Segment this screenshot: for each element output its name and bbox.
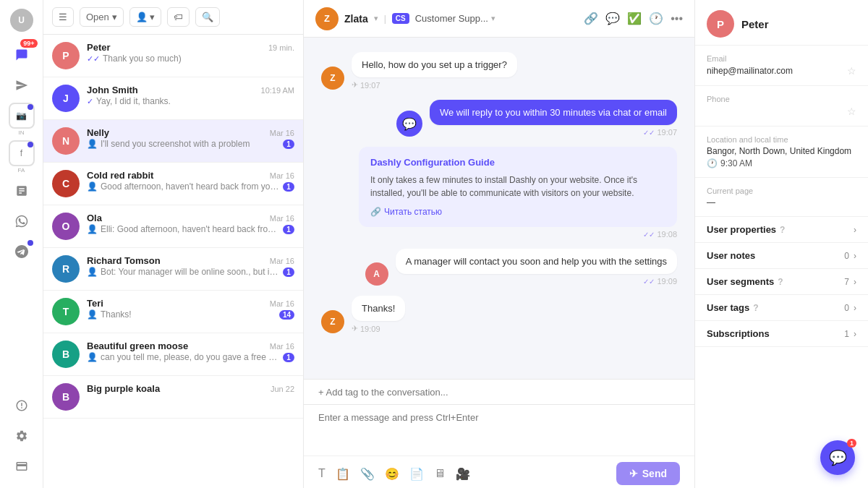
msg-avatar-out: A bbox=[365, 262, 388, 286]
search-button[interactable]: 🔍 bbox=[195, 7, 220, 27]
agent-icon: 👤 bbox=[87, 309, 98, 320]
conv-top: Ola Mar 16 bbox=[87, 213, 294, 223]
note-icon[interactable]: 📋 bbox=[336, 467, 350, 481]
chat-contact-info: Z Zlata ▾ | CS Customer Supp... ▾ bbox=[315, 7, 495, 30]
conversation-item[interactable]: C Cold red rabbit Mar 16 👤 Good afternoo… bbox=[43, 163, 303, 205]
tag-filter[interactable]: 🏷 bbox=[167, 7, 190, 27]
chat-channel[interactable]: Customer Supp... ▾ bbox=[415, 13, 495, 24]
menu-button[interactable]: ☰ bbox=[52, 7, 74, 27]
conv-time: Jun 22 bbox=[271, 385, 294, 393]
send-button[interactable]: ✈ Send bbox=[616, 462, 680, 485]
article-body: It only takes a few minutes to install D… bbox=[370, 174, 665, 200]
conv-name: John Smith bbox=[87, 85, 138, 95]
rp-section-count: 1 bbox=[844, 329, 849, 339]
more-icon[interactable]: ••• bbox=[671, 12, 683, 25]
star-email-icon[interactable]: ☆ bbox=[847, 65, 856, 77]
agent-icon: 👤 bbox=[87, 224, 98, 234]
bot-icon: 💬 bbox=[396, 111, 422, 137]
telegram-dot bbox=[27, 240, 33, 246]
rp-current-page-section: Current page — bbox=[695, 178, 868, 217]
rp-section-row[interactable]: User tags ? 0 › bbox=[695, 295, 868, 321]
conversation-item[interactable]: B Big purple koala Jun 22 bbox=[43, 376, 303, 419]
chat-header: Z Zlata ▾ | CS Customer Supp... ▾ 🔗 💬 ✅ … bbox=[304, 0, 694, 38]
emoji-icon[interactable]: 😊 bbox=[385, 467, 399, 481]
nav-telegram[interactable] bbox=[9, 239, 35, 265]
star-phone-icon[interactable]: ☆ bbox=[847, 106, 856, 117]
check-circle-icon[interactable]: ✅ bbox=[627, 12, 642, 25]
msg-time: ✓✓ 19:08 bbox=[359, 230, 677, 239]
link-icon[interactable]: 🔗 bbox=[584, 12, 598, 25]
nav-billing[interactable] bbox=[9, 453, 35, 479]
clock-icon[interactable]: 🕐 bbox=[649, 12, 663, 25]
conv-body: Peter 19 min. ✓✓ Thank you so much) bbox=[87, 42, 294, 64]
nav-whatsapp[interactable] bbox=[9, 208, 35, 234]
nav-integrations[interactable] bbox=[9, 393, 35, 419]
conv-time: 19 min. bbox=[268, 43, 294, 52]
rp-header: P Peter bbox=[695, 0, 868, 46]
conv-avatar: P bbox=[52, 42, 80, 69]
conv-preview: Thank you so much) bbox=[103, 53, 294, 64]
comment-icon[interactable]: 💬 bbox=[605, 12, 620, 25]
rp-section-row[interactable]: User properties ? › bbox=[695, 217, 868, 243]
rp-section-label: User properties ? bbox=[707, 224, 785, 235]
conversation-item[interactable]: P Peter 19 min. ✓✓ Thank you so much) bbox=[43, 35, 303, 77]
article-link[interactable]: 🔗 Читать статью bbox=[370, 207, 665, 217]
agent-icon: 👤 bbox=[87, 139, 98, 149]
conversation-item[interactable]: T Teri Mar 16 👤 Thanks! 14 bbox=[43, 291, 303, 333]
floating-chat-button[interactable]: 💬 1 bbox=[820, 440, 855, 475]
nav-facebook[interactable]: f FA bbox=[9, 140, 35, 174]
tag-input[interactable] bbox=[318, 387, 680, 398]
unread-badge: 1 bbox=[283, 267, 294, 277]
conversation-item[interactable]: O Ola Mar 16 👤 Elli: Good afternoon, hav… bbox=[43, 205, 303, 248]
assign-filter[interactable]: 👤 ▾ bbox=[129, 7, 162, 27]
facebook-label: FA bbox=[18, 167, 25, 174]
status-label: Open bbox=[86, 12, 109, 22]
email-text: nihep@mailinator.com bbox=[707, 66, 793, 76]
video-icon[interactable]: 🎥 bbox=[456, 467, 470, 481]
conversation-item[interactable]: B Beautiful green moose Mar 16 👤 can you… bbox=[43, 333, 303, 376]
check-icon: ✓ bbox=[87, 97, 93, 106]
rp-current-page-value: — bbox=[707, 197, 856, 207]
rp-contact-name: Peter bbox=[741, 18, 769, 30]
template-icon[interactable]: 📄 bbox=[409, 467, 424, 481]
floating-badge: 1 bbox=[847, 439, 856, 448]
conversation-item[interactable]: N Nelly Mar 16 👤 I'll send you screensho… bbox=[43, 120, 303, 163]
conv-top: Teri Mar 16 bbox=[87, 298, 294, 309]
help-icon: ? bbox=[778, 277, 783, 287]
nav-stats[interactable] bbox=[9, 178, 35, 204]
rp-section-row[interactable]: Subscriptions 1 › bbox=[695, 321, 868, 347]
nav-send[interactable] bbox=[9, 72, 35, 98]
msg-time: ✓✓ 19:09 bbox=[396, 277, 677, 286]
conversations-badge: 99+ bbox=[20, 39, 37, 48]
chat-contact-avatar: Z bbox=[315, 7, 339, 30]
conv-top: Big purple koala Jun 22 bbox=[87, 383, 294, 394]
rp-section-row[interactable]: User notes 0 › bbox=[695, 243, 868, 269]
check-icon: ✓✓ bbox=[87, 54, 100, 64]
conv-time: Mar 16 bbox=[270, 129, 294, 137]
status-filter[interactable]: Open ▾ bbox=[80, 7, 124, 27]
conv-preview: Thanks! bbox=[101, 309, 276, 320]
user-avatar[interactable]: U bbox=[10, 9, 33, 32]
conv-top: Cold red rabbit Mar 16 bbox=[87, 170, 294, 181]
rp-section-row[interactable]: User segments ? 7 › bbox=[695, 269, 868, 295]
conversation-item[interactable]: R Richard Tomson Mar 16 👤 Bot: Your mana… bbox=[43, 248, 303, 291]
nav-conversations[interactable]: 99+ bbox=[9, 42, 35, 68]
nav-settings[interactable] bbox=[9, 423, 35, 449]
conversation-item[interactable]: J John Smith 10:19 AM ✓ Yay, I did it, t… bbox=[43, 77, 303, 120]
conv-time: Mar 16 bbox=[270, 214, 294, 223]
text-format-icon[interactable]: T bbox=[318, 467, 326, 480]
conversation-list: P Peter 19 min. ✓✓ Thank you so much) J … bbox=[43, 35, 303, 488]
conv-meta: ✓✓ Thank you so much) bbox=[87, 53, 294, 64]
conv-avatar: N bbox=[52, 127, 80, 155]
conv-body: John Smith 10:19 AM ✓ Yay, I did it, tha… bbox=[87, 85, 294, 106]
conv-body: Beautiful green moose Mar 16 👤 can you t… bbox=[87, 341, 294, 362]
attachment-icon[interactable]: 📎 bbox=[360, 467, 375, 481]
msg-content: Dashly Configuration Guide It only takes… bbox=[359, 147, 677, 239]
rp-section-right: 1 › bbox=[844, 329, 856, 339]
double-check-icon: ✓✓ bbox=[643, 231, 655, 239]
conv-name: Ola bbox=[87, 213, 102, 223]
screen-icon[interactable]: 🖥 bbox=[434, 467, 446, 480]
chevron-down-icon-contact[interactable]: ▾ bbox=[374, 14, 378, 23]
message-input[interactable] bbox=[318, 412, 680, 441]
nav-instagram[interactable]: 📷 IN bbox=[9, 103, 35, 136]
